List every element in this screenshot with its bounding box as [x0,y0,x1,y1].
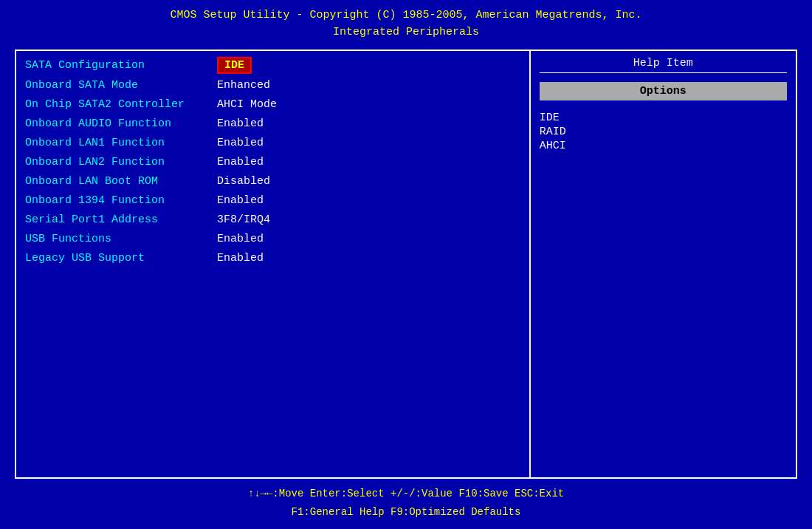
bios-row[interactable]: Onboard 1394 FunctionEnabled [25,192,520,208]
option-item[interactable]: RAID [540,125,787,139]
bios-row-value: Enabled [217,156,264,168]
help-title: Help Item [540,57,787,73]
bios-row[interactable]: Onboard SATA ModeEnhanced [25,77,520,93]
options-list: IDERAIDAHCI [540,111,787,153]
bios-row[interactable]: Serial Port1 Address3F8/IRQ4 [25,211,520,228]
bios-row-label: Onboard LAN1 Function [25,137,217,149]
bios-row-value: Enabled [217,137,264,149]
bios-row-label: SATA Configuration [25,59,217,72]
right-panel: Help Item Options IDERAIDAHCI [531,51,796,477]
footer-line2: F1:General Help F9:Optimized Defaults [15,503,797,522]
bios-row-value: Enabled [217,117,264,130]
bios-row-value: Enhanced [217,79,270,92]
bios-row-value: Disabled [217,175,270,188]
bios-row-label: On Chip SATA2 Controller [25,98,217,111]
bios-row-value: Enabled [217,252,264,264]
bios-row-label: Onboard SATA Mode [25,79,217,92]
bios-row[interactable]: Onboard LAN2 FunctionEnabled [25,154,520,170]
footer: ↑↓→←:Move Enter:Select +/-/:Value F10:Sa… [15,485,797,522]
bios-row[interactable]: USB FunctionsEnabled [25,231,520,247]
bios-row[interactable]: Onboard AUDIO FunctionEnabled [25,115,520,132]
footer-line1: ↑↓→←:Move Enter:Select +/-/:Value F10:Sa… [15,485,797,503]
option-item[interactable]: AHCI [540,139,787,153]
header-line2: Integrated Peripherals [170,24,641,41]
bios-row-value[interactable]: IDE [217,57,252,74]
bios-row-value: 3F8/IRQ4 [217,214,270,226]
header-line1: CMOS Setup Utility - Copyright (C) 1985-… [170,7,641,24]
bios-row-label: Serial Port1 Address [25,214,217,226]
bios-row[interactable]: Legacy USB SupportEnabled [25,250,520,266]
bios-row-label: Onboard LAN2 Function [25,156,217,168]
bios-row-label: Onboard 1394 Function [25,194,217,207]
bios-row-label: Legacy USB Support [25,252,217,264]
options-box: Options [540,82,787,100]
left-panel: SATA ConfigurationIDEOnboard SATA ModeEn… [16,51,531,477]
bios-row-label: Onboard LAN Boot ROM [25,175,217,188]
bios-row[interactable]: Onboard LAN Boot ROMDisabled [25,173,520,189]
main-container: SATA ConfigurationIDEOnboard SATA ModeEn… [15,50,797,479]
bios-row[interactable]: SATA ConfigurationIDE [25,57,520,74]
bios-row-label: Onboard AUDIO Function [25,117,217,130]
bios-row-label: USB Functions [25,233,217,245]
bios-header: CMOS Setup Utility - Copyright (C) 1985-… [170,7,641,41]
bios-row-value: AHCI Mode [217,98,277,111]
bios-row-value: Enabled [217,194,264,207]
option-item[interactable]: IDE [540,111,787,125]
bios-row-value: Enabled [217,233,264,245]
bios-row[interactable]: Onboard LAN1 FunctionEnabled [25,134,520,151]
bios-row[interactable]: On Chip SATA2 ControllerAHCI Mode [25,96,520,112]
